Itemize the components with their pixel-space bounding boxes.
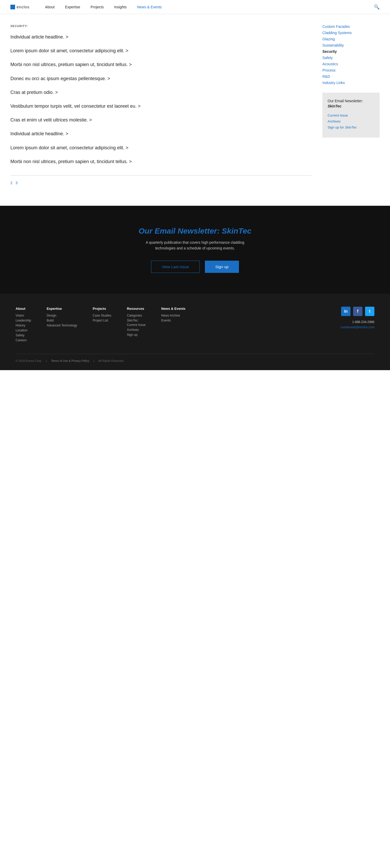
newsletter-section: Our Email Newsletter: SkinTec A quarterl… — [0, 206, 390, 294]
sidebar-link-process[interactable]: Process — [322, 68, 336, 72]
footer-link[interactable]: Current Issue — [127, 323, 145, 327]
facebook-icon[interactable]: f — [353, 307, 362, 316]
sidebar-nl-signup[interactable]: Sign up for SkinTec — [328, 125, 375, 129]
footer-col-resources-heading: Resources — [127, 307, 145, 311]
footer-col-news: News & Events News Archive Events — [161, 307, 185, 343]
sidebar-link-cladding-systems[interactable]: Cladding Systems — [322, 31, 352, 35]
footer-top: About Vision Leadership History Location… — [15, 307, 375, 343]
article-link[interactable]: Lorem ipsum dolor sit amet, consectetur … — [10, 145, 128, 150]
footer-col-about-heading: About — [15, 307, 31, 311]
newsletter-description: A quarterly publication that covers high… — [143, 240, 247, 251]
footer-link[interactable]: Case Studies — [93, 314, 111, 317]
sidebar-nav: Custom Facades Cladding Systems Glazing … — [322, 25, 380, 85]
nav-insights[interactable]: Insights — [114, 5, 127, 9]
list-item: Lorem ipsum dolor sit amet, consectetur … — [10, 145, 312, 151]
pagination: 2 3 — [10, 181, 312, 185]
footer-col-about: About Vision Leadership History Location… — [15, 307, 31, 343]
article-link[interactable]: Morbi non nisl ultrices, pretium sapien … — [10, 62, 132, 67]
footer-link[interactable]: Location — [15, 329, 31, 332]
logo-link[interactable]: enclos — [10, 5, 29, 9]
article-link[interactable]: Donec eu orci ac ipsum egestas pellentes… — [10, 76, 110, 81]
main-nav: About Expertise Projects Insights News &… — [45, 5, 374, 9]
search-button[interactable]: 🔍 — [374, 4, 380, 10]
footer-col-projects-heading: Projects — [93, 307, 111, 311]
sidebar-item: Industry Links — [322, 81, 380, 85]
article-link[interactable]: Vestibulum tempor turpis velit, vel cons… — [10, 103, 141, 109]
article-link[interactable]: Individual article headline. > — [10, 131, 68, 136]
article-link[interactable]: Cras at pretium odio. > — [10, 90, 58, 95]
sidebar-link-safety[interactable]: Safety — [322, 56, 333, 60]
sidebar-newsletter-box: Our Email Newsletter: SkinTec Current Is… — [322, 93, 380, 137]
list-item: Cras et enim ut velit ultrices molestie.… — [10, 117, 312, 123]
footer-link[interactable]: Vision — [15, 314, 31, 317]
footer-link[interactable]: History — [15, 323, 31, 327]
sidebar-newsletter-name: SkinTec — [328, 104, 375, 108]
page-3-link[interactable]: 3 — [15, 181, 18, 185]
page-container: SECURITY: Individual article headline. >… — [0, 14, 390, 200]
footer-col-resources: Resources Categories SkinTec: Current Is… — [127, 307, 145, 343]
social-icons: in f t — [341, 307, 375, 316]
footer-link[interactable]: Advanced Technology — [46, 323, 77, 327]
article-link[interactable]: Lorem ipsum dolor sit amet, consectetur … — [10, 48, 128, 53]
footer-bottom: © 2019 Enclos Corp. | Terms of Use & Pri… — [15, 354, 375, 362]
nav-news-events[interactable]: News & Events — [137, 5, 162, 9]
list-item: Lorem ipsum dolor sit amet, consectetur … — [10, 48, 312, 54]
sidebar-item: Safety — [322, 56, 380, 60]
footer-link[interactable]: News Archive — [161, 314, 185, 317]
sidebar-nl-current-issue[interactable]: Current Issue — [328, 114, 375, 117]
footer-link[interactable]: Build — [46, 319, 77, 322]
sidebar-item: Acoustics — [322, 62, 380, 66]
sidebar-link-custom-facades[interactable]: Custom Facades — [322, 25, 350, 29]
page-2-link[interactable]: 2 — [10, 181, 12, 185]
list-item: Donec eu orci ac ipsum egestas pellentes… — [10, 75, 312, 82]
sidebar-item: Custom Facades — [322, 25, 380, 29]
footer-link[interactable]: Events — [161, 319, 185, 322]
footer-link[interactable]: Project List — [93, 319, 111, 322]
logo-text: enclos — [17, 5, 29, 9]
article-link[interactable]: Individual article headline. > — [10, 34, 68, 39]
newsletter-buttons: View Last Issue Sign up — [10, 260, 380, 273]
nav-expertise[interactable]: Expertise — [65, 5, 80, 9]
list-item: Morbi non nisl ultrices, pretium sapien … — [10, 61, 312, 68]
article-link[interactable]: Cras et enim ut velit ultrices molestie.… — [10, 117, 92, 123]
sidebar-link-industry-links[interactable]: Industry Links — [322, 81, 345, 85]
footer-col-projects: Projects Case Studies Project List — [93, 307, 111, 343]
footer-link[interactable]: Design — [46, 314, 77, 317]
linkedin-icon[interactable]: in — [341, 307, 351, 316]
list-item: Morbi non nisl ultrices, pretium sapien … — [10, 158, 312, 165]
footer-link[interactable]: Leadership — [15, 319, 31, 322]
sidebar-link-glazing[interactable]: Glazing — [322, 37, 335, 41]
footer-email[interactable]: curtainwall@enclos.com — [340, 326, 375, 329]
footer-separator2: | — [93, 359, 94, 362]
sidebar-link-sustainability[interactable]: Sustainability — [322, 43, 344, 47]
sidebar-link-acoustics[interactable]: Acoustics — [322, 62, 338, 66]
footer-col-news-heading: News & Events — [161, 307, 185, 311]
footer-link[interactable]: Archives — [127, 328, 145, 332]
nav-projects[interactable]: Projects — [91, 5, 104, 9]
articles-column: SECURITY: Individual article headline. >… — [10, 25, 312, 200]
list-item: Individual article headline. > — [10, 34, 312, 40]
sign-up-button[interactable]: Sign up — [205, 260, 239, 273]
footer-col-expertise: Expertise Design Build Advanced Technolo… — [46, 307, 77, 343]
sidebar: Custom Facades Cladding Systems Glazing … — [322, 25, 380, 200]
section-divider — [10, 175, 312, 176]
sidebar-item: Glazing — [322, 37, 380, 41]
footer-link[interactable]: Categories — [127, 314, 145, 317]
footer-link[interactable]: Safety — [15, 334, 31, 337]
sidebar-newsletter-title: Our Email Newsletter: — [328, 99, 375, 103]
view-last-issue-button[interactable]: View Last Issue — [151, 260, 200, 273]
nav-about[interactable]: About — [45, 5, 55, 9]
footer-link[interactable]: Careers — [15, 338, 31, 342]
sidebar-link-security[interactable]: Security — [322, 50, 337, 54]
list-item: Cras at pretium odio. > — [10, 89, 312, 96]
footer-link[interactable]: Sign up — [127, 333, 145, 337]
footer: About Vision Leadership History Location… — [0, 294, 390, 370]
sidebar-nl-archives[interactable]: Archives — [328, 119, 375, 123]
twitter-icon[interactable]: t — [365, 307, 375, 316]
article-link[interactable]: Morbi non nisl ultrices, pretium sapien … — [10, 159, 132, 164]
footer-contact: 1-888-234-2966 curtainwall@enclos.com — [340, 320, 375, 329]
footer-terms-link[interactable]: Terms of Use & Privacy Policy — [51, 359, 90, 362]
footer-skintec-label: SkinTec: — [127, 319, 145, 322]
sidebar-link-rd[interactable]: R&D — [322, 74, 330, 79]
content-area: SECURITY: Individual article headline. >… — [0, 14, 390, 200]
